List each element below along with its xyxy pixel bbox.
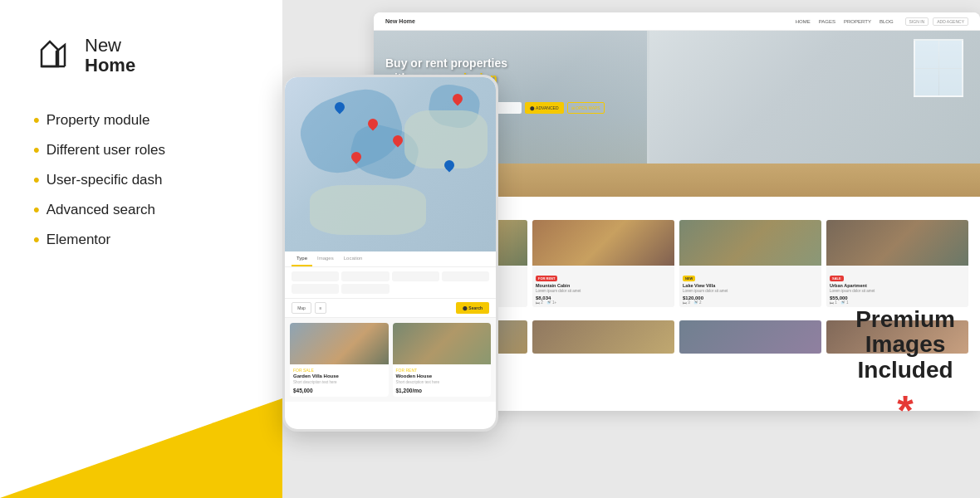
property-desc-4: Lorem ipsum dolor sit amet (830, 289, 965, 294)
right-area: New Home HOME PAGES PROPERTY BLOG SIGN I… (249, 0, 980, 498)
feature-item-2: • Different user roles (33, 141, 249, 159)
mobile-list-btn[interactable]: ≡ (315, 302, 326, 314)
property-desc-3: Lorem ipsum dolor sit amet (683, 289, 818, 294)
property-meta-4: 🛏 1 🚿 1 (830, 300, 965, 305)
premium-line1: Premium (855, 307, 955, 333)
property-card-body-4: SALE Urban Apartment Lorem ipsum dolor s… (826, 266, 968, 307)
property-title-3: Lake View Villa (683, 283, 818, 288)
property-img-4 (826, 220, 968, 266)
bullet-icon: • (33, 111, 40, 129)
nav-links: HOME PAGES PROPERTY BLOG (796, 19, 894, 24)
mobile-filters (285, 267, 496, 299)
feature-label-4: Advanced search (47, 202, 155, 218)
mobile-prop-title-2: Wooden House (396, 374, 488, 378)
property-card-4: SALE Urban Apartment Lorem ipsum dolor s… (826, 220, 968, 307)
mobile-prop-img-2 (393, 323, 492, 364)
property-meta-2: 🛏 2 🚿 1+ (536, 300, 671, 305)
filter-price-min[interactable] (392, 271, 439, 281)
more-prop-img-3 (679, 320, 821, 354)
window-pane (939, 69, 963, 96)
property-img-3 (679, 220, 821, 266)
filter-price-max[interactable] (442, 271, 489, 281)
nav-link-pages: PAGES (819, 19, 835, 24)
property-meta-3: 🛏 3 🚿 2 (683, 300, 818, 305)
mobile-prop-price-2: $1,200/mo (396, 388, 488, 393)
map-land-2 (310, 185, 426, 235)
nav-buttons: SIGN IN ADD AGENCY (905, 17, 968, 26)
premium-line3: Included (855, 358, 955, 383)
logo-icon (33, 33, 75, 78)
property-img-2 (532, 220, 674, 266)
map-pin-2 (351, 152, 361, 165)
beds-2: 🛏 2 (536, 300, 543, 305)
mobile-prop-title-1: Garden Villa House (293, 374, 385, 378)
nav-link-blog: BLOG (880, 19, 894, 24)
filter-row-2 (392, 271, 490, 281)
nav-link-property: PROPERTY (844, 19, 871, 24)
window-pane (915, 69, 938, 96)
premium-badge: Premium Images Included * (855, 307, 955, 432)
mobile-prop-body-2: FOR RENT Wooden House Short description … (393, 364, 492, 397)
feature-item-4: • Advanced search (33, 201, 249, 219)
property-card-body-3: NEW Lake View Villa Lorem ipsum dolor si… (679, 266, 821, 307)
add-agency-btn[interactable]: ADD AGENCY (933, 17, 968, 26)
mobile-prop-desc-2: Short description text here (396, 380, 488, 385)
baths-3: 🚿 2 (693, 300, 702, 305)
bullet-icon: • (33, 171, 40, 189)
property-title-2: Mountain Cabin (536, 283, 671, 288)
feature-label-5: Elementor (47, 232, 110, 248)
hero-open-maps-btn[interactable]: ⊞ OPEN MAPS (567, 102, 605, 114)
mobile-map (285, 77, 496, 251)
property-tag-3: NEW (683, 276, 695, 281)
mobile-map-btn[interactable]: Map (292, 302, 311, 314)
filter-baths[interactable] (341, 284, 389, 294)
mobile-mockup: 🏠 Type Images Location (282, 75, 498, 432)
map-pin-3 (393, 135, 403, 149)
desktop-logo: New Home (385, 18, 415, 24)
mobile-prop-desc-1: Short description text here (293, 380, 385, 385)
premium-asterisk: * (855, 390, 955, 432)
nav-link-home: HOME (796, 19, 811, 24)
hero-advanced-btn[interactable]: ⬤ ADVANCED (525, 102, 564, 114)
mobile-tab-images[interactable]: Images (312, 251, 339, 266)
filter-keyword[interactable] (292, 271, 339, 281)
window-pane (939, 41, 963, 68)
mobile-tab-type[interactable]: Type (292, 251, 312, 266)
filter-row-3 (292, 284, 390, 294)
map-pin-1 (368, 119, 378, 132)
bullet-icon: • (33, 141, 40, 159)
features-list: • Property module • Different user roles… (33, 111, 249, 249)
mobile-prop-price-1: $45,000 (293, 388, 385, 393)
brand-name-line1: New (85, 36, 135, 56)
mobile-action-bar: Map ≡ ⬤ Search (285, 299, 496, 318)
window-pane (915, 41, 938, 68)
property-tag-4: SALE (830, 276, 844, 281)
bullet-icon: • (33, 201, 40, 219)
mobile-tab-location[interactable]: Location (339, 251, 368, 266)
filter-address[interactable] (341, 271, 389, 281)
filter-beds[interactable] (292, 284, 339, 294)
mobile-prop-tag-2: FOR RENT (396, 368, 488, 373)
yellow-triangle-decoration (0, 398, 282, 498)
bullet-icon: • (33, 231, 40, 249)
beds-3: 🛏 3 (683, 300, 690, 305)
mobile-prop-card-1: FOR SALE Garden Villa House Short descri… (290, 323, 389, 397)
baths-2: 🚿 1+ (546, 300, 556, 305)
property-card-3: NEW Lake View Villa Lorem ipsum dolor si… (679, 220, 821, 307)
map-pin-4 (335, 102, 345, 115)
property-desc-2: Lorem ipsum dolor sit amet (536, 289, 671, 294)
desktop-nav: New Home HOME PAGES PROPERTY BLOG SIGN I… (374, 12, 980, 31)
feature-label-1: Property module (47, 112, 150, 129)
mobile-prop-card-2: FOR RENT Wooden House Short description … (393, 323, 492, 397)
baths-4: 🚿 1 (840, 300, 849, 305)
feature-item-1: • Property module (33, 111, 249, 129)
feature-label-3: User-specific dash (47, 172, 163, 188)
logo-text: New Home (85, 36, 135, 76)
property-card-body-2: FOR RENT Mountain Cabin Lorem ipsum dolo… (532, 266, 674, 307)
property-card-2: FOR RENT Mountain Cabin Lorem ipsum dolo… (532, 220, 674, 307)
mobile-search-submit[interactable]: ⬤ Search (456, 302, 489, 314)
property-tag-2: FOR RENT (536, 276, 557, 281)
room-window (914, 39, 963, 97)
signin-btn[interactable]: SIGN IN (905, 17, 929, 26)
filter-row-1 (292, 271, 390, 281)
